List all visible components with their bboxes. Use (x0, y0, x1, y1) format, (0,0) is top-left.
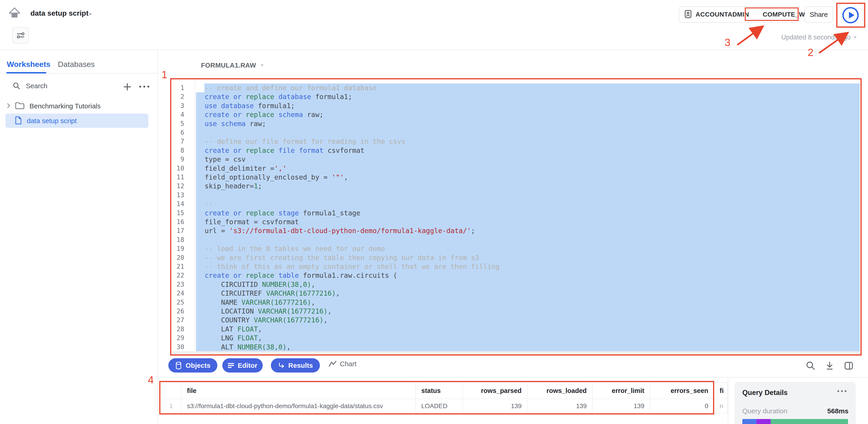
annotation-number-2: 2 (808, 46, 813, 59)
chart-label: Chart (340, 360, 356, 368)
annotation-box-2 (836, 3, 865, 28)
chevron-down-icon (260, 64, 264, 68)
column-header[interactable]: fi (714, 383, 728, 399)
updated-timestamp[interactable]: Updated 8 seconds ago (778, 34, 857, 41)
chart-line-icon (329, 360, 337, 367)
sidebar-search[interactable]: Search (13, 82, 48, 90)
new-worksheet-button[interactable] (123, 82, 132, 92)
editor-label: Editor (238, 362, 257, 369)
list-icon (228, 363, 234, 368)
ellipsis-icon (837, 390, 847, 393)
annotation-box-3 (745, 7, 799, 21)
query-duration-label: Query duration (742, 407, 787, 415)
document-icon (15, 116, 22, 126)
active-tab-underline (6, 72, 46, 73)
duration-bar-segment (771, 419, 848, 424)
query-duration-value: 568ms (827, 407, 848, 415)
results-panel-button[interactable]: Results (271, 358, 320, 372)
columns-icon (844, 361, 854, 370)
sidebar-more-button[interactable] (138, 85, 150, 89)
split-view-button[interactable] (844, 361, 854, 370)
search-icon (806, 361, 815, 370)
annotation-box-1 (170, 78, 862, 356)
sidebar-divider (157, 50, 158, 424)
folder-label: Benchmarking Tutorials (30, 102, 100, 110)
user-badge-icon (685, 10, 691, 19)
sidebar-item-selected-worksheet[interactable]: data setup script (5, 113, 148, 128)
table-cell[interactable]: n (714, 399, 728, 414)
objects-panel-button[interactable]: Objects (168, 358, 217, 372)
sliders-icon (16, 31, 25, 40)
ellipsis-icon (138, 85, 150, 89)
header-divider (0, 50, 868, 50)
objects-label: Objects (186, 362, 211, 369)
plus-icon (123, 82, 132, 92)
chart-panel-button[interactable]: Chart (329, 360, 356, 368)
annotation-number-4: 4 (148, 374, 154, 386)
filters-button[interactable] (12, 27, 29, 43)
selected-worksheet-label: data setup script (27, 117, 77, 125)
search-placeholder: Search (26, 82, 48, 90)
chevron-down-icon[interactable] (88, 13, 93, 17)
snowsight-worksheet-app: data setup script ACCOUNTADMIN COMPUTE_W… (0, 0, 868, 424)
chevron-right-icon[interactable] (6, 103, 11, 109)
search-icon (13, 82, 21, 90)
toolbar-divider (157, 377, 868, 378)
annotation-number-1: 1 (161, 68, 167, 81)
role-selector[interactable]: ACCOUNTADMIN (695, 11, 749, 18)
return-arrow-icon (278, 362, 285, 369)
query-details-menu-button[interactable] (837, 390, 847, 394)
results-label: Results (288, 362, 313, 369)
tab-worksheets[interactable]: Worksheets (7, 60, 50, 69)
results-panel-divider (728, 378, 728, 424)
duration-bar-segment (742, 419, 756, 424)
duration-bar-segment (756, 419, 771, 424)
search-results-button[interactable] (806, 361, 815, 370)
schema-context-picker[interactable]: FORMULA1.RAW (201, 62, 264, 69)
context-label: FORMULA1.RAW (201, 62, 256, 69)
download-results-button[interactable] (825, 361, 834, 370)
share-button[interactable]: Share (804, 6, 833, 23)
annotation-number-3: 3 (724, 36, 731, 48)
query-duration-bar (742, 419, 848, 424)
annotation-box-4 (159, 381, 714, 415)
home-icon[interactable] (9, 7, 21, 19)
folder-icon (15, 102, 25, 111)
worksheet-title[interactable]: data setup script (30, 9, 89, 18)
query-details-card: Query Details Query duration 568ms (735, 382, 856, 424)
database-icon (175, 361, 182, 369)
tab-databases[interactable]: Databases (58, 60, 95, 69)
sidebar-item-folder[interactable]: Benchmarking Tutorials (6, 101, 100, 111)
editor-panel-button[interactable]: Editor (222, 358, 263, 372)
query-details-title: Query Details (742, 389, 788, 397)
download-icon (825, 361, 834, 370)
chevron-down-icon (853, 36, 857, 39)
